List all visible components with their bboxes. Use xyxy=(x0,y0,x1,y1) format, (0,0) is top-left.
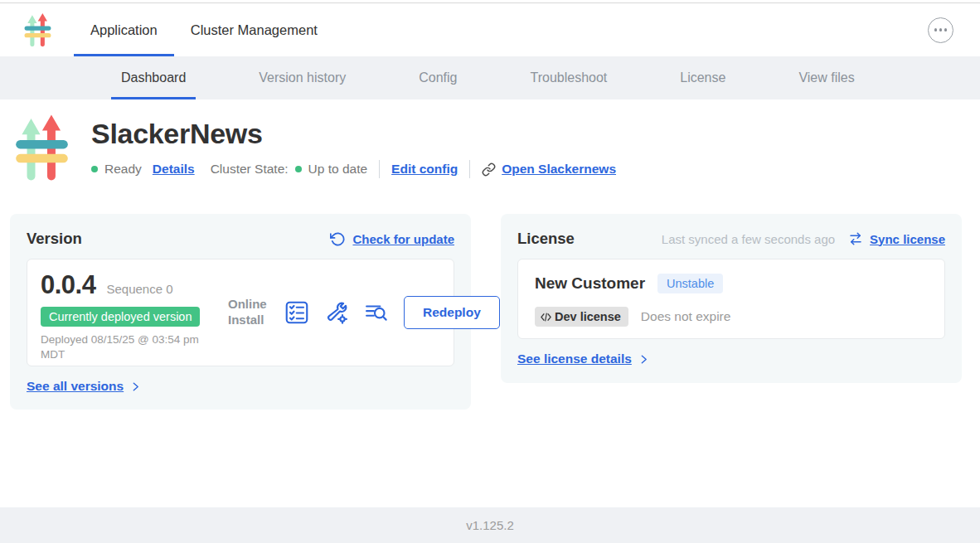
app-icon xyxy=(13,114,70,183)
tab-cluster-management[interactable]: Cluster Management xyxy=(174,3,334,56)
subtab-dashboard-label: Dashboard xyxy=(121,70,186,85)
chevron-right-icon xyxy=(638,353,649,366)
open-app-label: Open Slackernews xyxy=(502,162,616,177)
ellipsis-icon xyxy=(934,28,937,31)
subtab-version-history[interactable]: Version history xyxy=(249,56,356,99)
see-license-details-label: See license details xyxy=(517,351,632,366)
license-panel: New Customer Unstable Dev license Does n… xyxy=(517,259,945,339)
last-synced-text: Last synced a few seconds ago xyxy=(662,232,835,246)
expiration-text: Does not expire xyxy=(641,309,731,324)
version-number: 0.0.4 xyxy=(41,270,95,300)
see-all-versions-link[interactable]: See all versions xyxy=(27,379,141,394)
preflight-checks-icon[interactable] xyxy=(284,300,309,325)
channel-badge: Unstable xyxy=(657,274,723,293)
subtab-view-files-label: View files xyxy=(798,70,854,85)
app-status-row: Ready Details Cluster State: Up to date … xyxy=(91,160,616,178)
subtab-license[interactable]: License xyxy=(670,56,735,99)
page-title: SlackerNews xyxy=(91,118,616,149)
top-nav-tabs: Application Cluster Management xyxy=(74,3,334,56)
license-type-label: Dev license xyxy=(555,310,621,323)
config-tools-icon[interactable] xyxy=(324,300,349,325)
sync-license-link[interactable]: Sync license xyxy=(848,231,945,246)
version-card-title: Version xyxy=(27,230,82,248)
console-version: v1.125.2 xyxy=(466,518,514,532)
refresh-icon xyxy=(330,231,346,247)
cluster-state-dot xyxy=(295,166,302,172)
subtab-dashboard[interactable]: Dashboard xyxy=(111,56,196,99)
check-for-update-link[interactable]: Check for update xyxy=(330,231,454,247)
install-type-label: Online Install xyxy=(228,297,269,328)
page: { "top_nav": { "tabs": [ { "label": "App… xyxy=(0,0,980,543)
tab-cluster-management-label: Cluster Management xyxy=(191,22,318,38)
sync-license-label: Sync license xyxy=(870,232,945,246)
subtab-troubleshoot[interactable]: Troubleshoot xyxy=(520,56,617,99)
check-for-update-label: Check for update xyxy=(352,232,454,246)
subtab-view-files[interactable]: View files xyxy=(788,56,864,99)
current-version-panel: 0.0.4 Sequence 0 Currently deployed vers… xyxy=(27,259,454,366)
app-status-dot xyxy=(91,166,98,172)
footer: v1.125.2 xyxy=(0,507,980,543)
subtab-config[interactable]: Config xyxy=(409,56,467,99)
subtab-troubleshoot-label: Troubleshoot xyxy=(530,70,607,85)
deployed-badge: Currently deployed version xyxy=(41,307,200,327)
top-nav: Application Cluster Management xyxy=(0,3,980,56)
edit-config-link[interactable]: Edit config xyxy=(391,162,458,177)
subtab-license-label: License xyxy=(680,70,725,85)
subtab-version-history-label: Version history xyxy=(259,70,346,85)
cluster-state-value: Up to date xyxy=(308,162,368,177)
license-type-badge: Dev license xyxy=(535,307,628,327)
divider xyxy=(469,160,470,178)
open-app-link[interactable]: Open Slackernews xyxy=(482,162,616,177)
deploy-logs-icon[interactable] xyxy=(364,300,389,325)
details-link[interactable]: Details xyxy=(153,162,195,177)
chevron-right-icon xyxy=(130,381,141,393)
link-icon xyxy=(482,162,496,177)
tab-application-label: Application xyxy=(90,22,158,38)
redeploy-button[interactable]: Redeploy xyxy=(404,296,500,329)
app-sub-nav: Dashboard Version history Config Trouble… xyxy=(0,56,980,99)
subtab-config-label: Config xyxy=(419,70,457,85)
app-logo-icon xyxy=(23,12,74,48)
divider xyxy=(379,160,380,178)
app-header: SlackerNews Ready Details Cluster State:… xyxy=(13,114,616,183)
tab-application[interactable]: Application xyxy=(74,3,174,56)
sequence-label: Sequence 0 xyxy=(106,282,172,296)
code-icon xyxy=(540,311,552,323)
customer-name: New Customer xyxy=(535,274,645,293)
license-card: License Last synced a few seconds ago Sy… xyxy=(501,214,962,383)
see-all-versions-label: See all versions xyxy=(27,379,124,394)
cluster-state-label: Cluster State: xyxy=(211,162,289,177)
see-license-details-link[interactable]: See license details xyxy=(517,351,649,366)
license-card-title: License xyxy=(517,230,575,248)
deployed-timestamp: Deployed 08/15/25 @ 03:54 pm MDT xyxy=(41,332,215,362)
version-card: Version Check for update 0.0.4 Sequence … xyxy=(10,214,471,410)
app-status-text: Ready xyxy=(104,162,142,177)
sync-icon xyxy=(848,231,863,246)
ellipsis-menu-button[interactable] xyxy=(928,17,953,43)
